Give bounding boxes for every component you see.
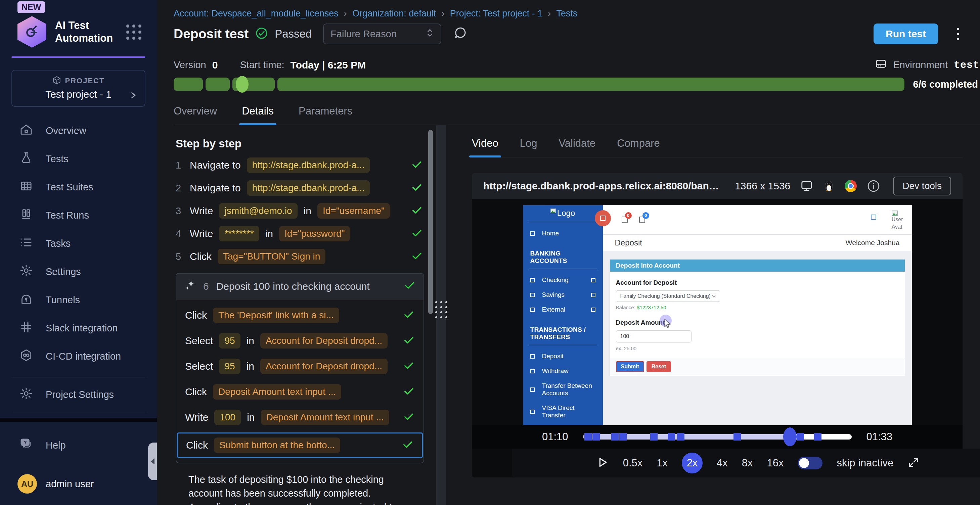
step-locator-chip: The 'Deposit' link with a si... xyxy=(213,308,339,323)
progress-segment[interactable] xyxy=(173,78,203,91)
speed-4x-button[interactable]: 4x xyxy=(717,457,728,469)
sidebar-item-tunnels[interactable]: Tunnels xyxy=(0,286,157,314)
hexagon-test-logo-icon xyxy=(18,16,46,48)
timeline-marker[interactable] xyxy=(814,433,821,440)
step-row-3[interactable]: 3 Write jsmith@demo.io in Id="username" xyxy=(176,203,428,219)
substep-row-3[interactable]: Select 95 in Account for Deposit dropd..… xyxy=(182,356,418,377)
user-menu[interactable]: AU admin user xyxy=(0,474,157,494)
timeline-track[interactable] xyxy=(583,434,852,440)
step-locator-chip: Tag="BUTTON" Sign in xyxy=(218,249,325,264)
tab-details[interactable]: Details xyxy=(242,105,274,125)
bullet-square-icon xyxy=(530,354,535,359)
sidebar-collapse-handle[interactable] xyxy=(148,443,157,480)
speed-1x-button[interactable]: 1x xyxy=(657,457,668,469)
player-controls: 0.5x 1x 2x 4x 8x 16x skip inactive xyxy=(512,449,980,478)
sidebar-item-cicd-integration[interactable]: CI-CD integration xyxy=(0,343,157,371)
breadcrumb-organization[interactable]: Organization: default xyxy=(352,8,436,19)
skip-inactive-toggle[interactable] xyxy=(798,457,822,469)
scrollbar-thumb[interactable] xyxy=(428,130,433,314)
speed-2x-button[interactable]: 2x xyxy=(682,453,703,473)
sidebar-item-label: Tasks xyxy=(46,238,70,249)
sidebar-item-tasks[interactable]: Tasks xyxy=(0,230,157,258)
bullet-square-icon xyxy=(591,278,595,283)
timeline-marker[interactable] xyxy=(611,433,619,440)
step-row-2[interactable]: 2 Navigate to http://stage.dbank.prod-a.… xyxy=(176,180,428,196)
sidebar-item-tests[interactable]: Tests xyxy=(0,145,157,173)
tab-overview[interactable]: Overview xyxy=(173,105,217,125)
bank-nav-label: Deposit xyxy=(542,353,563,360)
timeline-marker[interactable] xyxy=(797,433,804,440)
tab-log[interactable]: Log xyxy=(520,137,537,157)
speed-16x-button[interactable]: 16x xyxy=(767,457,784,469)
sidebar-item-test-suites[interactable]: Test Suites xyxy=(0,173,157,202)
progress-segment[interactable] xyxy=(232,78,275,91)
timeline-marker[interactable] xyxy=(619,433,627,440)
chevron-right-icon xyxy=(129,91,137,101)
breadcrumb-account[interactable]: Account: Devspace_all_module_licenses xyxy=(173,8,339,19)
broken-image-icon xyxy=(871,214,876,220)
tab-parameters[interactable]: Parameters xyxy=(299,105,352,125)
checkmark-icon xyxy=(402,334,415,348)
substep-row-5[interactable]: Write 100 in Deposit Amount text input .… xyxy=(182,407,418,428)
substep-row-4[interactable]: Click Deposit Amount text input ... xyxy=(182,381,418,402)
dev-tools-button[interactable]: Dev tools xyxy=(893,176,951,195)
progress-segment[interactable] xyxy=(277,78,904,91)
tab-validate[interactable]: Validate xyxy=(558,137,595,157)
project-selector[interactable]: PROJECT Test project - 1 xyxy=(11,70,145,107)
timeline-marker[interactable] xyxy=(677,433,684,440)
sidebar-item-settings[interactable]: Settings xyxy=(0,258,157,286)
timeline-thumb[interactable] xyxy=(783,427,797,446)
play-icon[interactable] xyxy=(595,456,609,470)
failure-reason-select[interactable]: Failure Reason xyxy=(323,24,441,44)
step-row-4[interactable]: 4 Write ******** in Id="password" xyxy=(176,226,428,241)
speed-8x-button[interactable]: 8x xyxy=(742,457,753,469)
tab-video[interactable]: Video xyxy=(472,137,498,157)
speed-0.5x-button[interactable]: 0.5x xyxy=(623,457,643,469)
sidebar-item-test-runs[interactable]: Test Runs xyxy=(0,202,157,230)
expand-icon[interactable] xyxy=(907,456,920,470)
timeline-marker[interactable] xyxy=(733,433,741,440)
timeline-marker[interactable] xyxy=(650,433,658,440)
sidebar-item-overview[interactable]: Overview xyxy=(0,117,157,145)
sidebar-item-help[interactable]: ? Help xyxy=(0,431,157,459)
breadcrumb-tests[interactable]: Tests xyxy=(557,8,578,19)
timeline-marker[interactable] xyxy=(592,433,600,440)
step-group-header[interactable]: 6 Deposit 100 into checking account xyxy=(176,274,423,300)
video-stage[interactable]: Logo Home BANKING ACCOUNTS xyxy=(472,199,963,425)
substep-row-2[interactable]: Select 95 in Account for Deposit dropd..… xyxy=(182,330,418,351)
main-tabs: Overview Details Parameters xyxy=(173,105,980,125)
step-conjunction: in xyxy=(247,335,254,346)
step-number: 3 xyxy=(176,205,184,217)
video-timeline: 01:10 01:33 xyxy=(472,425,963,449)
environment-label: Environment xyxy=(893,59,948,70)
run-test-button[interactable]: Run test xyxy=(873,24,938,44)
substep-row-6-selected[interactable]: Click Submit button at the botto... xyxy=(177,432,423,458)
speech-bubble-icon[interactable] xyxy=(453,26,468,41)
timeline-marker[interactable] xyxy=(584,433,592,440)
checkmark-icon xyxy=(402,359,415,374)
step-row-1[interactable]: 1 Navigate to http://stage.dbank.prod-a.… xyxy=(176,157,428,173)
step-number: 4 xyxy=(176,228,184,240)
bank-topbar: 0 0 User xyxy=(603,205,912,234)
kebab-menu-icon[interactable] xyxy=(955,26,961,42)
tab-compare[interactable]: Compare xyxy=(617,137,660,157)
timeline-marker[interactable] xyxy=(668,433,675,440)
chrome-icon xyxy=(845,180,857,192)
substep-row-1[interactable]: Click The 'Deposit' link with a si... xyxy=(182,305,418,326)
grid-menu-icon[interactable] xyxy=(126,24,142,40)
sidebar-item-project-settings[interactable]: Project Settings xyxy=(0,383,157,406)
list-icon xyxy=(19,236,33,251)
viewport-resolution: 1366 x 1536 xyxy=(735,180,790,192)
step-row-5[interactable]: 5 Click Tag="BUTTON" Sign in xyxy=(176,249,428,264)
step-action: Click xyxy=(185,310,207,321)
info-icon[interactable] xyxy=(867,179,880,193)
progress-segment[interactable] xyxy=(205,78,230,91)
deposit-card-header: Deposit into Account xyxy=(610,260,905,272)
sidebar-item-label: Tunnels xyxy=(46,294,80,306)
breadcrumb-separator xyxy=(344,8,347,19)
test-progress-bar xyxy=(173,78,904,91)
sidebar-item-slack-integration[interactable]: Slack integration xyxy=(0,314,157,343)
slack-icon xyxy=(19,320,33,336)
breadcrumb-project[interactable]: Project: Test project - 1 xyxy=(450,8,543,19)
pane-resizer[interactable] xyxy=(436,125,446,505)
